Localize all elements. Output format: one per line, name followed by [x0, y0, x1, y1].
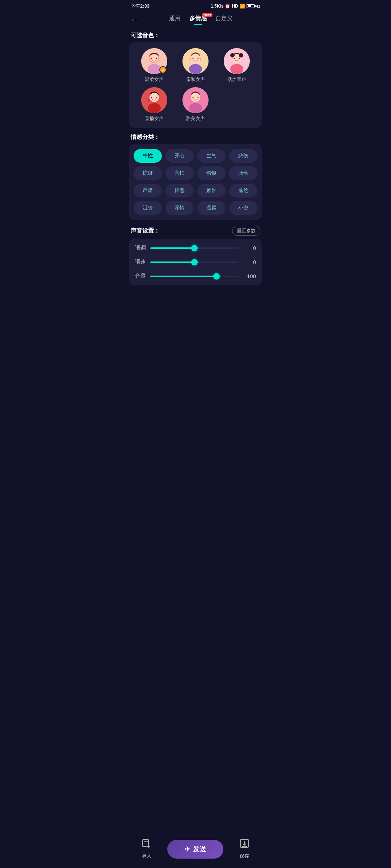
tab-emotion[interactable]: 多情感 NEW [189, 15, 207, 25]
reset-params-button[interactable]: 重置参数 [232, 226, 260, 236]
svg-point-27 [198, 97, 199, 98]
settings-card: 语调 0 语速 0 音量 100 [129, 239, 262, 285]
nav-tabs: 通用 多情感 NEW 自定义 [142, 15, 260, 25]
avatar-check-wenjv: ✓ [159, 66, 167, 73]
svg-point-9 [193, 58, 194, 59]
new-badge: NEW [202, 13, 213, 17]
svg-point-3 [148, 64, 161, 74]
voice-avatar-zhibov [141, 87, 167, 113]
speed-label: 语速 [135, 259, 146, 265]
emotion-btn-scared[interactable]: 害怕 [165, 166, 194, 180]
avatar-img-zhibov [141, 87, 167, 113]
emotion-section-label: 情感分类： [125, 128, 266, 144]
speed-fill [150, 261, 194, 263]
svg-point-17 [239, 58, 240, 59]
speed-track[interactable] [150, 261, 239, 263]
tab-custom[interactable]: 自定义 [215, 15, 233, 25]
tone-value: 0 [243, 245, 256, 251]
voice-item-qinhev[interactable]: 亲和女声 [176, 48, 215, 83]
status-bar: 下午2:33 1.5K/s ⏰ HD 📶 41 [125, 0, 266, 11]
voice-section-label: 可选音色： [125, 26, 266, 42]
tab-general[interactable]: 通用 [169, 15, 181, 25]
voice-item-zhibov[interactable]: 直播女声 [135, 87, 173, 122]
emotion-btn-surprised[interactable]: 惊讶 [134, 166, 162, 180]
volume-thumb[interactable] [213, 273, 220, 280]
svg-point-10 [198, 58, 199, 59]
emotion-btn-sad[interactable]: 悲伤 [229, 149, 257, 163]
voice-avatar-wenjv: ✓ [141, 48, 167, 74]
voice-name-qinhev: 亲和女声 [186, 76, 205, 83]
emotion-btn-neutral[interactable]: 中性 [134, 149, 162, 163]
speed-value: 0 [243, 259, 256, 265]
voice-name-tianmv: 甜美女声 [186, 115, 205, 122]
voice-name-huoli: 活力童声 [227, 76, 246, 83]
voice-item-huoli[interactable]: 活力童声 [218, 48, 256, 83]
svg-point-15 [230, 64, 243, 74]
emotion-card: 中性 开心 生气 悲伤 惊讶 害怕 憎恨 激动 严肃 厌恶 嫉妒 尴尬 沮丧 深… [129, 144, 262, 220]
svg-point-21 [151, 97, 152, 98]
voice-avatar-tianmv [182, 87, 209, 113]
status-right: 1.5K/s ⏰ HD 📶 41 [211, 4, 260, 9]
emotion-btn-hate[interactable]: 憎恨 [197, 166, 226, 180]
signal-icon: HD [232, 4, 238, 9]
emotion-btn-angry[interactable]: 生气 [197, 149, 226, 163]
tone-slider-row: 语调 0 [135, 244, 256, 251]
emotion-btn-novel[interactable]: 小说 [229, 201, 257, 215]
voice-avatar-qinhev [182, 48, 209, 74]
emotion-btn-happy[interactable]: 开心 [165, 149, 194, 163]
emotion-btn-excited[interactable]: 激动 [229, 166, 257, 180]
svg-point-4 [151, 58, 152, 59]
volume-fill [150, 276, 216, 277]
svg-point-25 [189, 103, 202, 113]
status-time: 下午2:33 [131, 3, 150, 9]
emotion-btn-gentle[interactable]: 温柔 [197, 201, 226, 215]
volume-value: 100 [243, 273, 256, 279]
volume-track[interactable] [150, 276, 239, 277]
svg-point-26 [193, 97, 194, 98]
svg-point-22 [156, 97, 157, 98]
nav-bar: ← 通用 多情感 NEW 自定义 [125, 11, 266, 26]
voice-item-wenjv[interactable]: ✓ 温柔女声 [135, 48, 173, 83]
speed-thumb[interactable] [191, 259, 198, 265]
voice-avatar-huoli [224, 48, 250, 74]
svg-point-5 [156, 58, 157, 59]
emotion-grid: 中性 开心 生气 悲伤 惊讶 害怕 憎恨 激动 严肃 厌恶 嫉妒 尴尬 沮丧 深… [134, 149, 257, 215]
emotion-btn-disgust[interactable]: 厌恶 [165, 184, 194, 197]
network-speed: 1.5K/s [211, 4, 223, 9]
back-button[interactable]: ← [131, 14, 142, 26]
voice-name-wenjv: 温柔女声 [145, 76, 164, 83]
speed-slider-row: 语速 0 [135, 259, 256, 265]
tone-fill [150, 247, 194, 249]
svg-point-8 [189, 64, 202, 74]
tone-track[interactable] [150, 247, 239, 249]
tone-label: 语调 [135, 244, 146, 251]
settings-label: 声音设置： [131, 227, 160, 235]
voice-name-zhibov: 直播女声 [145, 115, 164, 122]
avatar-img-huoli [224, 48, 250, 74]
svg-point-16 [234, 58, 235, 59]
emotion-btn-shy[interactable]: 沮丧 [134, 201, 162, 215]
svg-point-20 [148, 103, 161, 113]
avatar-img-qinhev [182, 48, 209, 74]
volume-slider-row: 音量 100 [135, 273, 256, 280]
svg-point-24 [191, 93, 200, 102]
battery-icon [247, 4, 255, 8]
volume-label: 音量 [135, 273, 146, 280]
emotion-btn-deep[interactable]: 深情 [165, 201, 194, 215]
svg-point-7 [191, 54, 200, 63]
wifi-icon: 📶 [240, 4, 245, 9]
tone-thumb[interactable] [191, 245, 198, 251]
settings-header: 声音设置： 重置参数 [125, 220, 266, 239]
emotion-btn-awkward[interactable]: 尴尬 [229, 184, 257, 197]
voice-card: ✓ 温柔女声 [129, 42, 262, 128]
emotion-btn-jealous[interactable]: 嫉妒 [197, 184, 226, 197]
emotion-btn-serious[interactable]: 严肃 [134, 184, 162, 197]
voice-grid: ✓ 温柔女声 [135, 48, 256, 122]
svg-point-19 [150, 93, 159, 102]
avatar-img-tianmv [182, 87, 209, 113]
battery-level: 41 [256, 4, 260, 8]
voice-item-tianmv[interactable]: 甜美女声 [176, 87, 215, 122]
clock-icon: ⏰ [225, 4, 230, 9]
